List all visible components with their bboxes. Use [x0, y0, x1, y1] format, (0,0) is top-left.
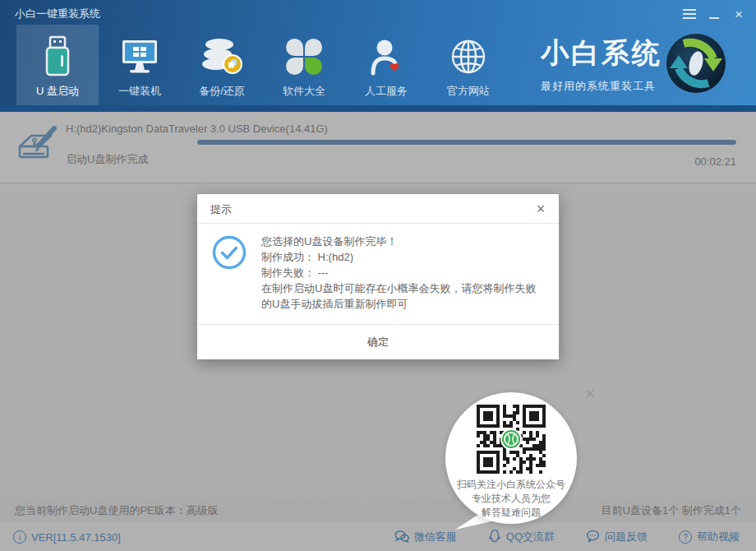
dialog-line: 制作失败： ---: [261, 265, 546, 280]
nav-bottom-stripe: [0, 105, 756, 112]
nav-item-backup-restore[interactable]: 备份/还原: [181, 25, 263, 105]
qr-caption-line: 专业技术人员为您: [445, 492, 577, 506]
app-header: 小白一键重装系统 ×: [0, 0, 756, 112]
nav-label: 备份/还原: [199, 84, 245, 99]
nav-item-website[interactable]: 官方网站: [427, 25, 509, 105]
dialog-header: 提示 ×: [197, 194, 559, 224]
globe-icon: [449, 35, 488, 79]
monitor-install-icon: [119, 35, 160, 79]
nav-item-service[interactable]: 人工服务: [345, 25, 427, 105]
qr-code: [477, 405, 546, 477]
qr-caption: 扫码关注小白系统公众号 专业技术人员为您 解答疑难问题: [445, 478, 577, 520]
dialog-line: 您选择的U盘设备制作完毕！: [261, 234, 546, 249]
dialog-close-icon[interactable]: ×: [531, 199, 551, 219]
result-dialog: 提示 × 您选择的U盘设备制作完毕！ 制作成功： H:(hd2) 制作失败： -…: [197, 194, 559, 359]
nav-label: U 盘启动: [36, 84, 79, 99]
success-check-icon: [212, 235, 247, 270]
software-clover-icon: [286, 35, 322, 79]
brand-block: 小白系统 最好用的系统重装工具: [541, 35, 662, 94]
dialog-footer: 确定: [197, 324, 559, 359]
dialog-line: 在制作启动U盘时可能存在小概率会失败，请您将制作失败的U盘手动拔插后重新制作即可: [261, 280, 546, 312]
nav-label: 一键装机: [118, 84, 161, 99]
dialog-title: 提示: [210, 202, 232, 217]
qr-bubble: 扫码关注小白系统公众号 专业技术人员为您 解答疑难问题: [445, 392, 577, 524]
window-title: 小白一键重装系统: [15, 7, 100, 21]
main-nav: U 盘启动 一键装机: [16, 25, 509, 105]
nav-label: 人工服务: [365, 84, 408, 99]
dialog-line: 制作成功： H:(hd2): [261, 249, 546, 265]
minimize-button[interactable]: [702, 5, 726, 23]
nav-item-usb-boot[interactable]: U 盘启动: [16, 25, 99, 105]
dialog-message: 您选择的U盘设备制作完毕！ 制作成功： H:(hd2) 制作失败： --- 在制…: [261, 234, 546, 312]
qr-caption-line: 解答疑难问题: [445, 506, 577, 520]
person-heart-icon: [367, 35, 405, 79]
menu-icon[interactable]: [677, 5, 702, 23]
qr-close-icon[interactable]: ×: [580, 384, 600, 404]
usb-drive-icon: [41, 35, 74, 79]
minimize-icon: [709, 17, 719, 19]
brand-logo-icon: [661, 28, 731, 99]
nav-label: 软件大全: [283, 84, 325, 99]
window-controls: ×: [677, 5, 751, 23]
qr-caption-line: 扫码关注小白系统公众号: [445, 478, 577, 492]
app-window: 小白一键重装系统 ×: [0, 0, 756, 551]
hamburger-icon: [683, 9, 696, 19]
backup-restore-icon: [201, 35, 243, 79]
nav-item-onekey-install[interactable]: 一键装机: [99, 25, 181, 105]
brand-name: 小白系统: [541, 35, 662, 72]
nav-label: 官方网站: [447, 84, 490, 99]
ok-button[interactable]: 确定: [197, 325, 559, 359]
nav-item-software[interactable]: 软件大全: [263, 25, 345, 105]
close-button[interactable]: ×: [726, 5, 751, 23]
brand-tagline: 最好用的系统重装工具: [541, 79, 662, 94]
